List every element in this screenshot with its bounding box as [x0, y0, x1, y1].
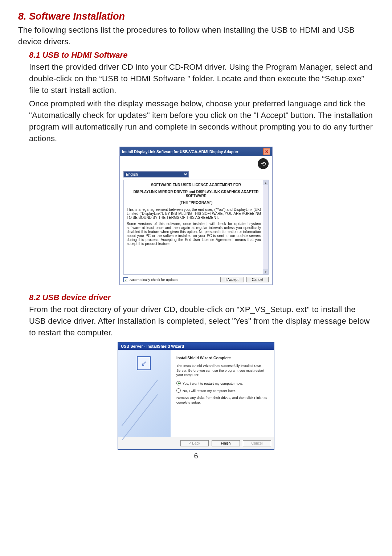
subsection-8-1-title: 8.1 USB to HDMI Software [29, 50, 374, 60]
section-title: 8. Software Installation [18, 11, 374, 22]
eula-paragraph2: Some versions of this software, once ins… [127, 222, 265, 246]
auto-update-label: Automatically check for updates [130, 278, 178, 282]
dialog2-titlebar: USB Server - InstallShield Wizard [118, 343, 274, 350]
cancel-button: Cancel [243, 440, 271, 446]
dialog1-title: Install DisplayLink Software for USB-VGA… [122, 150, 238, 154]
page-number: 6 [18, 452, 374, 460]
eula-heading2: DISPLAYLINK MIRROR DRIVER and DISPLAYLIN… [127, 190, 265, 198]
displaylink-logo-icon: ⟲ [258, 158, 269, 169]
sub82-p1: From the root directory of your driver C… [29, 304, 374, 339]
checkbox-checked-icon: ✓ [123, 277, 128, 282]
restart-later-label: No, I will restart my computer later. [183, 389, 236, 393]
eula-heading1: SOFTWARE END USER LICENCE AGREEMENT FOR [127, 183, 265, 187]
displaylink-install-dialog: Install DisplayLink Software for USB-VGA… [119, 147, 273, 285]
wizard-complete-heading: InstallShield Wizard Complete [176, 356, 268, 360]
radio-unselected-icon [176, 388, 181, 393]
eula-heading3: (THE "PROGRAM") [127, 201, 265, 205]
restart-later-radio[interactable]: No, I will restart my computer later. [176, 388, 268, 393]
back-button: < Back [180, 440, 209, 446]
eula-scrollbar[interactable]: ▴ ▾ [263, 180, 268, 274]
eula-paragraph1: This is a legal agreement between you, t… [127, 208, 265, 220]
subsection-8-2-title: 8.2 USB device driver [29, 293, 374, 302]
restart-now-radio[interactable]: Yes, I want to restart my computer now. [176, 381, 268, 385]
finish-button[interactable]: Finish [212, 440, 240, 446]
dialog1-titlebar: Install DisplayLink Software for USB-VGA… [120, 147, 272, 156]
sub81-p1: Insert the provided driver CD into your … [29, 61, 374, 96]
wizard-complete-paragraph: The InstallShield Wizard has successfull… [176, 364, 268, 377]
restart-now-label: Yes, I want to restart my computer now. [183, 381, 243, 385]
wizard-left-panel: ↙ [118, 350, 171, 437]
wizard-right-panel: InstallShield Wizard Complete The Instal… [171, 350, 274, 437]
language-dropdown[interactable]: English [123, 171, 189, 177]
auto-update-checkbox[interactable]: ✓ Automatically check for updates [123, 277, 178, 282]
radio-selected-icon [176, 381, 181, 385]
installshield-wizard-dialog: USB Server - InstallShield Wizard ↙ Inst… [118, 342, 274, 450]
scroll-down-icon[interactable]: ▾ [263, 269, 268, 274]
cancel-button[interactable]: Cancel [246, 277, 269, 282]
sub81-p2: Once prompted with the display message b… [29, 98, 374, 144]
close-icon[interactable]: ✕ [263, 148, 270, 155]
i-accept-button[interactable]: I Accept [220, 277, 244, 282]
remove-disks-paragraph: Remove any disks from their drives, and … [176, 396, 268, 405]
program-box-icon: ↙ [137, 356, 151, 370]
section-intro: The following sections list the procedur… [18, 24, 374, 48]
scroll-up-icon[interactable]: ▴ [263, 180, 268, 185]
dialog2-title: USB Server - InstallShield Wizard [121, 344, 184, 348]
eula-panel: SOFTWARE END USER LICENCE AGREEMENT FOR … [123, 180, 269, 275]
